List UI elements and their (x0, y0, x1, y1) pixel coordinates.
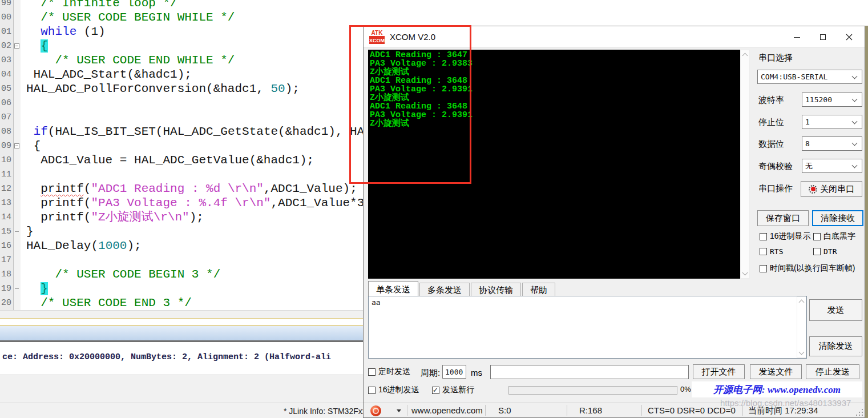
checkbox-white-background[interactable]: 白底黑字 (813, 231, 855, 242)
fold-margin (14, 10, 21, 25)
data-bits-label: 数据位 (758, 139, 784, 150)
save-window-button[interactable]: 保存窗口 (757, 210, 809, 226)
line-number: 09 (0, 139, 14, 153)
jlink-info-text: * JLink Info: STM32Fxx (284, 407, 366, 416)
port-operation-label: 串口操作 (758, 183, 793, 194)
stop-send-button[interactable]: 停止发送 (806, 364, 859, 379)
code-line: 18 /* USER CODE BEGIN 3 */ (0, 267, 377, 282)
checkbox-rts[interactable]: RTS (760, 247, 783, 256)
line-number: 04 (0, 67, 14, 82)
code-line: 20 /* USER CODE END 3 */ (0, 296, 377, 310)
code-line: 07 (0, 110, 377, 124)
checkbox-hex-display[interactable]: 16进制显示 (760, 231, 811, 242)
chevron-down-icon (852, 73, 858, 79)
code-text (21, 110, 26, 124)
memory-info-text: ce: Address: 0x20000000, NumBytes: 2, Al… (2, 352, 331, 362)
fold-margin (14, 196, 21, 210)
code-text: HAL_ADC_Start(&hadc1); (21, 67, 192, 82)
scroll-up-icon[interactable] (799, 300, 805, 306)
checkbox-timestamp[interactable]: 时间戳(以换行回车断帧) (760, 263, 855, 274)
code-text: HAL_ADC_PollForConversion(&hadc1, 50); (21, 82, 300, 96)
fold-margin (14, 210, 21, 224)
fold-marker-icon[interactable] (14, 139, 21, 153)
close-port-button[interactable]: 关闭串口 (801, 181, 862, 197)
clear-send-button[interactable]: 清除发送 (809, 336, 862, 356)
fold-marker-icon (14, 282, 21, 296)
fold-margin (14, 239, 21, 253)
fold-marker-icon (14, 224, 21, 239)
data-bits-select[interactable]: 8 (802, 136, 862, 151)
code-text: { (21, 39, 48, 53)
open-file-button[interactable]: 打开文件 (693, 364, 745, 379)
status-received: R:168 (579, 403, 602, 418)
close-button[interactable] (836, 26, 862, 48)
desktop-background (865, 26, 868, 418)
port-value: COM4:USB-SERIAL (758, 73, 853, 81)
tab-4[interactable]: 帮助 (522, 283, 555, 296)
line-number: 11 (0, 167, 14, 182)
tab-1[interactable]: 单条发送 (368, 281, 418, 296)
screen: 99 /* Infinite loop */00 /* USER CODE BE… (0, 0, 868, 418)
code-line: 09 { (0, 139, 377, 153)
checkbox-label: RTS (770, 247, 783, 256)
checkbox-timed-send[interactable]: 定时发送 (368, 367, 410, 377)
checkbox-label: 16进制显示 (770, 231, 811, 242)
code-text: { (21, 139, 41, 153)
checkbox-send-newline[interactable]: 发送新行 (432, 385, 474, 395)
line-number: 99 (0, 0, 14, 10)
period-input[interactable] (442, 365, 466, 379)
code-area[interactable]: 99 /* Infinite loop */00 /* USER CODE BE… (0, 0, 377, 310)
clear-receive-button[interactable]: 清除接收 (812, 210, 863, 226)
file-path-input[interactable] (490, 365, 689, 379)
parity-select[interactable]: 无 (802, 159, 862, 173)
code-text: /* USER CODE BEGIN WHILE */ (21, 10, 235, 25)
fold-margin (14, 25, 21, 39)
period-unit: ms (471, 368, 482, 377)
period-label: 周期: (421, 368, 440, 379)
line-number: 14 (0, 210, 14, 224)
stop-bits-select[interactable]: 1 (802, 115, 862, 129)
minimize-icon (794, 37, 800, 38)
code-text: /* USER CODE END WHILE */ (21, 53, 235, 67)
scroll-up-icon[interactable] (742, 53, 748, 59)
checkbox-label: 16进制发送 (378, 385, 419, 395)
checkbox-label: 发送新行 (442, 385, 474, 395)
send-button[interactable]: 发送 (809, 299, 862, 321)
send-tabs: 单条发送多条发送协议传输帮助 (368, 281, 556, 296)
checkbox-dtr[interactable]: DTR (813, 247, 837, 256)
progress-percent: 0% (680, 385, 691, 393)
annotation-rectangle (349, 25, 471, 184)
checkbox-label: 定时发送 (378, 367, 410, 377)
fold-margin (14, 296, 21, 310)
baud-rate-select[interactable]: 115200 (802, 93, 862, 107)
checkbox-hex-send[interactable]: 16进制发送 (368, 385, 419, 395)
chevron-down-icon (852, 96, 858, 102)
code-line: 19 } (0, 282, 377, 296)
scroll-down-icon[interactable] (799, 349, 805, 355)
line-number: 00 (0, 10, 14, 25)
minimize-button[interactable] (784, 26, 810, 48)
scroll-down-icon[interactable] (742, 270, 748, 276)
fold-margin (14, 0, 21, 10)
send-area-scrollbar[interactable] (797, 296, 806, 358)
port-select[interactable]: COM4:USB-SERIAL (757, 70, 862, 84)
fold-marker-icon[interactable] (14, 39, 21, 53)
code-text: } (21, 224, 34, 239)
resize-grip[interactable] (856, 409, 863, 416)
maximize-button[interactable] (810, 26, 836, 48)
port-select-label: 串口选择 (758, 53, 793, 63)
code-line: 15} (0, 224, 377, 239)
openedv-link[interactable]: 开源电子网: www.openedv.com (692, 381, 862, 397)
send-text-input[interactable]: aa (368, 296, 807, 359)
fold-margin (14, 153, 21, 167)
tab-3[interactable]: 协议传输 (471, 283, 521, 296)
line-number: 12 (0, 182, 14, 196)
send-file-button[interactable]: 发送文件 (750, 364, 802, 379)
status-caret-icon[interactable] (397, 409, 401, 412)
tab-2[interactable]: 多条发送 (419, 283, 470, 296)
status-record-icon[interactable] (370, 405, 381, 416)
terminal-scrollbar[interactable] (740, 50, 750, 279)
code-line: 02 { (0, 39, 377, 53)
line-number: 06 (0, 96, 14, 110)
code-line: 03 /* USER CODE END WHILE */ (0, 53, 377, 67)
